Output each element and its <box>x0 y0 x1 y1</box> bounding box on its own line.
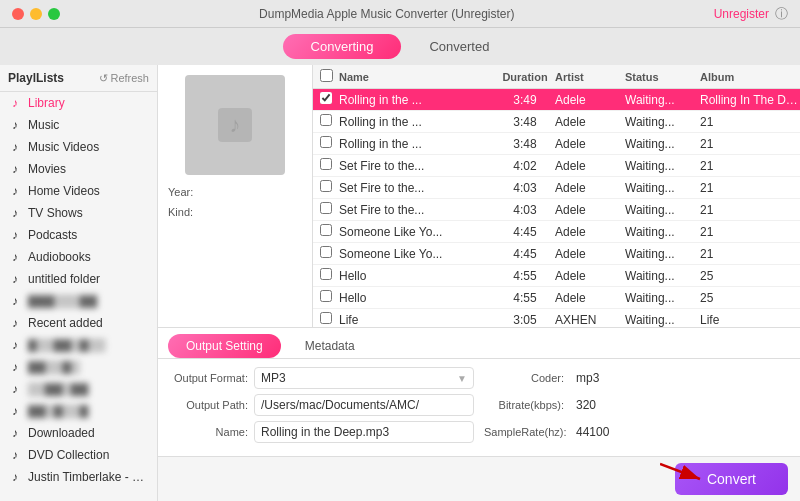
table-row[interactable]: Hello4:55AdeleWaiting...25 <box>313 287 800 309</box>
blurred2-icon: ♪ <box>8 338 22 352</box>
table-row[interactable]: Rolling in the ...3:48AdeleWaiting...21 <box>313 111 800 133</box>
refresh-button[interactable]: ↺ Refresh <box>99 72 149 85</box>
table-body: Rolling in the ...3:49AdeleWaiting...Rol… <box>313 89 800 327</box>
name-label: Name: <box>168 426 248 438</box>
row-checkbox[interactable] <box>320 114 332 126</box>
sidebar-item-movies[interactable]: ♪ Movies <box>0 158 157 180</box>
row-artist: Adele <box>555 247 625 261</box>
sidebar-item-music-videos[interactable]: ♪ Music Videos <box>0 136 157 158</box>
name-value[interactable]: Rolling in the Deep.mp3 <box>254 421 474 443</box>
sidebar-item-label: Library <box>28 96 149 110</box>
tab-output-setting[interactable]: Output Setting <box>168 334 281 358</box>
close-button[interactable] <box>12 8 24 20</box>
justin-icon: ♪ <box>8 470 22 484</box>
row-duration: 4:02 <box>495 159 555 173</box>
row-album: 21 <box>700 115 800 129</box>
row-duration: 4:45 <box>495 225 555 239</box>
sidebar-item-blurred2[interactable]: ♪ ▓▒▒▓▓▒▓▒▒ <box>0 334 157 356</box>
row-checkbox[interactable] <box>320 92 332 104</box>
sidebar-item-blurred1[interactable]: ♪ ▓▓▓▒▒▒▓▓ <box>0 290 157 312</box>
row-duration: 3:05 <box>495 313 555 327</box>
output-col-right: Coder: mp3 Bitrate(kbps): 320 SampleRate… <box>484 367 790 448</box>
row-duration: 4:03 <box>495 181 555 195</box>
format-value[interactable]: MP3 ▼ <box>254 367 474 389</box>
sidebar-item-label: ▓▓▓▒▒▒▓▓ <box>28 294 149 308</box>
top-area: ♪ Year: Kind: Name Duration <box>158 65 800 327</box>
table-row[interactable]: Set Fire to the...4:02AdeleWaiting...21 <box>313 155 800 177</box>
sidebar-item-tv-shows[interactable]: ♪ TV Shows <box>0 202 157 224</box>
title-bar: DumpMedia Apple Music Converter (Unregis… <box>0 0 800 28</box>
main-tab-row: Converting Converted <box>0 28 800 65</box>
help-icon[interactable]: ⓘ <box>775 5 788 23</box>
table-row[interactable]: Set Fire to the...4:03AdeleWaiting...21 <box>313 199 800 221</box>
row-name: Set Fire to the... <box>339 203 495 217</box>
sidebar-item-music[interactable]: ♪ Music <box>0 114 157 136</box>
row-checkbox[interactable] <box>320 246 332 258</box>
music-videos-icon: ♪ <box>8 140 22 154</box>
sidebar-item-audiobooks[interactable]: ♪ Audiobooks <box>0 246 157 268</box>
row-checkbox[interactable] <box>320 136 332 148</box>
path-value[interactable]: /Users/mac/Documents/AMC/ <box>254 394 474 416</box>
row-album: 21 <box>700 247 800 261</box>
table-header: Name Duration Artist Status Album <box>313 65 800 89</box>
unregister-link[interactable]: Unregister <box>714 7 769 21</box>
sidebar-item-label: untitled folder <box>28 272 149 286</box>
tab-metadata[interactable]: Metadata <box>287 334 373 358</box>
row-name: Hello <box>339 269 495 283</box>
header-album: Album <box>700 71 800 83</box>
row-check-cell <box>313 290 339 305</box>
table-row[interactable]: Someone Like Yo...4:45AdeleWaiting...21 <box>313 243 800 265</box>
path-row: Output Path: /Users/mac/Documents/AMC/ <box>168 394 474 416</box>
minimize-button[interactable] <box>30 8 42 20</box>
tab-converted[interactable]: Converted <box>401 34 517 59</box>
row-status: Waiting... <box>625 115 700 129</box>
header-check <box>313 69 339 84</box>
sidebar-item-podcasts[interactable]: ♪ Podcasts <box>0 224 157 246</box>
row-album: Life <box>700 313 800 327</box>
row-checkbox[interactable] <box>320 312 332 324</box>
sidebar-item-label: Justin Timberlake - FutureS <box>28 470 149 484</box>
sidebar-item-blurred3[interactable]: ♪ ▓▓▒▒▓▒ <box>0 356 157 378</box>
row-checkbox[interactable] <box>320 290 332 302</box>
row-name: Someone Like Yo... <box>339 225 495 239</box>
untitled-icon: ♪ <box>8 272 22 286</box>
sidebar-item-untitled[interactable]: ♪ untitled folder <box>0 268 157 290</box>
sidebar-item-blurred5[interactable]: ♪ ▓▓▒▓▒▒▓ <box>0 400 157 422</box>
year-field: Year: <box>168 185 302 199</box>
row-checkbox[interactable] <box>320 180 332 192</box>
window-controls <box>12 8 60 20</box>
row-checkbox[interactable] <box>320 202 332 214</box>
sidebar-item-recent[interactable]: ♪ Recent added <box>0 312 157 334</box>
table-row[interactable]: Life3:05AXHENWaiting...Life <box>313 309 800 327</box>
sidebar-header: PlaylLists ↺ Refresh <box>0 65 157 92</box>
table-row[interactable]: Set Fire to the...4:03AdeleWaiting...21 <box>313 177 800 199</box>
table-row[interactable]: Someone Like Yo...4:45AdeleWaiting...21 <box>313 221 800 243</box>
header-name: Name <box>339 71 495 83</box>
row-album: 21 <box>700 181 800 195</box>
sidebar-item-downloaded[interactable]: ♪ Downloaded <box>0 422 157 444</box>
library-icon: ♪ <box>8 96 22 110</box>
row-status: Waiting... <box>625 137 700 151</box>
sidebar-item-library[interactable]: ♪ Library <box>0 92 157 114</box>
row-name: Someone Like Yo... <box>339 247 495 261</box>
sidebar-item-blurred4[interactable]: ♪ ▒▒▓▓▒▓▓ <box>0 378 157 400</box>
row-status: Waiting... <box>625 203 700 217</box>
sidebar-item-dvd[interactable]: ♪ DVD Collection <box>0 444 157 466</box>
sidebar-item-label: Movies <box>28 162 149 176</box>
row-checkbox[interactable] <box>320 158 332 170</box>
table-row[interactable]: Rolling in the ...3:48AdeleWaiting...21 <box>313 133 800 155</box>
row-checkbox[interactable] <box>320 268 332 280</box>
sidebar-item-home-videos[interactable]: ♪ Home Videos <box>0 180 157 202</box>
maximize-button[interactable] <box>48 8 60 20</box>
table-row[interactable]: Rolling in the ...3:49AdeleWaiting...Rol… <box>313 89 800 111</box>
home-videos-icon: ♪ <box>8 184 22 198</box>
sidebar-item-justin[interactable]: ♪ Justin Timberlake - FutureS <box>0 466 157 488</box>
main-content: PlaylLists ↺ Refresh ♪ Library ♪ Music ♪… <box>0 65 800 501</box>
row-artist: AXHEN <box>555 313 625 327</box>
blurred5-icon: ♪ <box>8 404 22 418</box>
row-checkbox[interactable] <box>320 224 332 236</box>
select-all-checkbox[interactable] <box>320 69 333 82</box>
tab-converting[interactable]: Converting <box>283 34 402 59</box>
table-row[interactable]: Hello4:55AdeleWaiting...25 <box>313 265 800 287</box>
sidebar-item-label: DVD Collection <box>28 448 149 462</box>
